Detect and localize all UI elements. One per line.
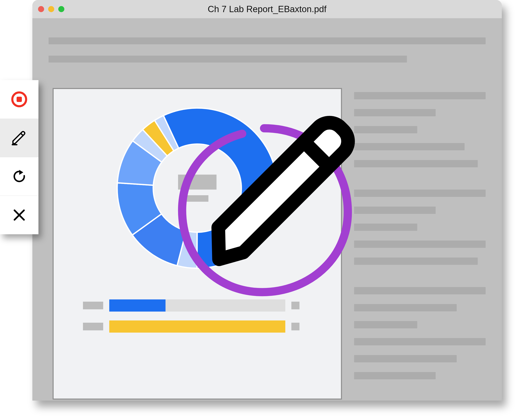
paragraph-placeholder bbox=[354, 287, 486, 379]
zoom-window-button[interactable] bbox=[58, 6, 64, 12]
chart-legend bbox=[83, 300, 312, 342]
heading-placeholder bbox=[49, 38, 486, 44]
legend-bar-fill bbox=[109, 321, 285, 333]
close-icon bbox=[12, 208, 26, 222]
document-page bbox=[53, 88, 342, 400]
traffic-lights bbox=[38, 6, 64, 12]
titlebar: Ch 7 Lab Report_EBaxton.pdf bbox=[32, 0, 502, 18]
window-title: Ch 7 Lab Report_EBaxton.pdf bbox=[208, 4, 326, 14]
close-tool[interactable] bbox=[0, 196, 38, 234]
legend-value-placeholder bbox=[291, 323, 300, 330]
pencil-tool[interactable] bbox=[0, 119, 38, 157]
legend-label-placeholder bbox=[83, 302, 103, 309]
legend-label-placeholder bbox=[83, 323, 103, 330]
close-window-button[interactable] bbox=[38, 6, 44, 12]
legend-bar bbox=[109, 321, 285, 333]
document-header bbox=[32, 18, 502, 82]
text-line-placeholder bbox=[354, 372, 436, 379]
record-button[interactable] bbox=[0, 80, 38, 119]
pencil-icon bbox=[196, 100, 378, 282]
svg-rect-1 bbox=[17, 97, 22, 102]
text-line-placeholder bbox=[354, 304, 457, 311]
redo-icon bbox=[12, 169, 27, 184]
text-line-placeholder bbox=[354, 287, 486, 294]
legend-row bbox=[83, 321, 312, 333]
subheading-placeholder bbox=[49, 56, 407, 62]
legend-bar-fill bbox=[109, 300, 165, 312]
legend-row bbox=[83, 300, 312, 312]
redo-tool[interactable] bbox=[0, 157, 38, 196]
minimize-window-button[interactable] bbox=[48, 6, 54, 12]
record-icon bbox=[11, 91, 28, 108]
text-line-placeholder bbox=[354, 321, 417, 328]
donut-chart bbox=[106, 97, 288, 279]
pencil-icon bbox=[11, 129, 28, 146]
app-window: Ch 7 Lab Report_EBaxton.pdf bbox=[32, 0, 502, 401]
text-line-placeholder bbox=[354, 338, 486, 345]
text-line-placeholder bbox=[354, 355, 457, 362]
legend-bar bbox=[109, 300, 285, 312]
document-body bbox=[32, 82, 502, 401]
text-line-placeholder bbox=[354, 92, 486, 99]
annotation-toolbar bbox=[0, 80, 38, 234]
legend-value-placeholder bbox=[291, 302, 300, 309]
